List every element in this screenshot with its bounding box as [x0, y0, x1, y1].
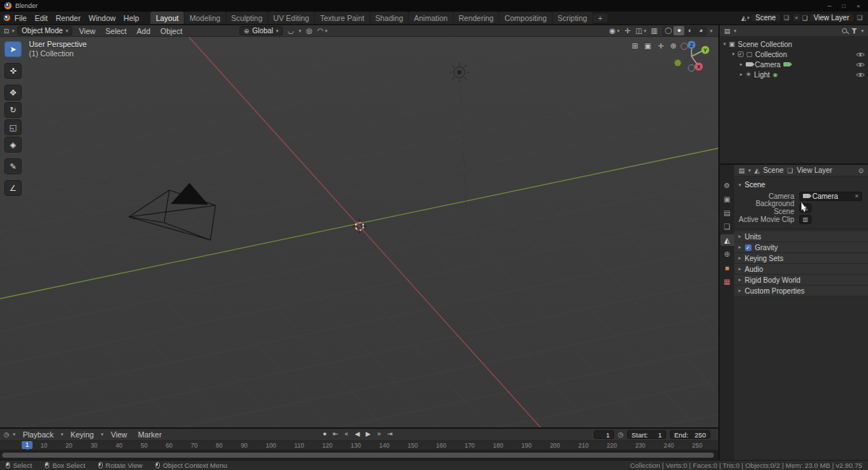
timeline-editor-caret-icon[interactable]: ▾: [13, 432, 16, 437]
outliner-row-scene-collection[interactable]: ▾ ▣ Scene Collection: [720, 39, 868, 49]
texture-properties-tab[interactable]: ▦: [720, 275, 734, 287]
preview-range-clock-icon[interactable]: ◷: [618, 431, 624, 438]
render-properties-tab[interactable]: ▣: [720, 193, 734, 205]
record-button[interactable]: ●: [320, 430, 329, 437]
search-icon[interactable]: [842, 28, 847, 33]
scene-name-field[interactable]: Scene: [750, 13, 780, 22]
3d-viewport[interactable]: Z Y X ➤ ✜ ✥ ↻ ◱ ◈ ✎ ∠ User Perspective (…: [0, 37, 718, 427]
disclosure-caret-icon[interactable]: ▾: [723, 41, 726, 47]
workspace-tab[interactable]: UV Editing: [268, 12, 315, 24]
units-panel-header[interactable]: ▸ Units: [734, 231, 868, 242]
next-keyframe-button[interactable]: »: [375, 430, 383, 437]
scene-browse-icon[interactable]: ◭: [741, 14, 746, 22]
shading-wireframe-button[interactable]: ◯: [663, 26, 673, 35]
filter-caret-icon[interactable]: ▾: [861, 28, 864, 34]
editor-type-icon[interactable]: ⊡: [4, 27, 9, 35]
outliner-row-collection[interactable]: ▾ ✓ ▢ Collection: [720, 49, 868, 59]
hide-in-viewport-eye-icon[interactable]: [856, 71, 864, 78]
annotate-tool-icon[interactable]: ✎: [4, 158, 22, 174]
minimize-button[interactable]: ─: [824, 3, 835, 9]
menu-timeline-view[interactable]: View: [107, 430, 131, 439]
falloff-selector[interactable]: ◠ ▾: [318, 26, 328, 35]
zoom-icon[interactable]: ⊕: [671, 42, 676, 50]
view-layer-properties-tab[interactable]: ❏: [720, 221, 734, 232]
background-scene-field[interactable]: ◭: [799, 203, 812, 213]
light-object[interactable]: [449, 62, 469, 219]
menu-keying[interactable]: Keying: [67, 430, 98, 439]
timeline-ruler[interactable]: 1020304050607080901001101201301401501601…: [0, 440, 718, 450]
add-workspace-button[interactable]: +: [593, 14, 608, 22]
show-gizmo-toggle[interactable]: ✛: [623, 26, 633, 35]
filter-funnel-icon[interactable]: [851, 28, 857, 34]
rotate-tool-icon[interactable]: ↻: [4, 102, 22, 118]
current-frame-field[interactable]: 1: [594, 430, 614, 439]
camera-view-icon[interactable]: ▣: [644, 42, 651, 50]
camera-object[interactable]: [129, 183, 216, 240]
ortho-grid-icon[interactable]: ⊞: [631, 42, 637, 50]
new-scene-button[interactable]: ❏: [782, 13, 791, 22]
scene-section-header[interactable]: ▾ Scene: [734, 179, 868, 190]
pin-icon[interactable]: ⊙: [858, 167, 864, 174]
previous-keyframe-button[interactable]: «: [342, 430, 351, 437]
gizmo-y-ball[interactable]: [702, 46, 710, 54]
properties-editor-type-icon[interactable]: ▤: [739, 167, 745, 174]
menu-object[interactable]: Object: [157, 27, 186, 35]
collection-checkbox[interactable]: ✓: [738, 51, 744, 57]
workspace-tab[interactable]: Shading: [370, 12, 409, 24]
menu-select[interactable]: Select: [102, 27, 130, 35]
rigid-body-world-panel-header[interactable]: ▸ Rigid Body World: [734, 275, 868, 286]
jump-to-start-button[interactable]: ⇤: [331, 430, 340, 437]
navigation-gizmo[interactable]: Z Y X: [675, 41, 710, 72]
move-tool-icon[interactable]: ✥: [4, 85, 22, 101]
gravity-checkbox[interactable]: ✓: [745, 244, 752, 251]
snap-options-caret-icon[interactable]: ▾: [299, 28, 302, 34]
outliner-row-light[interactable]: ▸ ☀ Light ◉: [720, 69, 868, 80]
menu-edit[interactable]: Edit: [31, 14, 51, 22]
hide-in-viewport-eye-icon[interactable]: [856, 51, 864, 58]
menu-file[interactable]: File: [11, 14, 30, 22]
menu-add[interactable]: Add: [133, 27, 154, 35]
close-button[interactable]: ×: [853, 3, 864, 9]
3d-cursor[interactable]: [352, 219, 367, 234]
shading-material-button[interactable]: ◐: [684, 26, 695, 35]
proportional-editing-toggle[interactable]: ◎: [305, 26, 315, 35]
pan-hand-icon[interactable]: ✛: [658, 42, 663, 50]
shading-options-caret-icon[interactable]: ▾: [710, 28, 712, 34]
gizmo-neg-x-ball[interactable]: [681, 43, 688, 50]
timeline-scrollbar[interactable]: [2, 453, 714, 458]
menu-help[interactable]: Help: [120, 14, 143, 22]
scale-tool-icon[interactable]: ◱: [4, 119, 22, 135]
workspace-tab[interactable]: Scripting: [553, 12, 592, 24]
camera-property-field[interactable]: Camera ×: [799, 192, 862, 201]
xray-toggle[interactable]: ▥: [649, 26, 659, 35]
scene-browse-caret-icon[interactable]: ▾: [747, 15, 750, 21]
play-reverse-button[interactable]: ◀: [353, 430, 362, 437]
show-overlays-toggle[interactable]: ◫ ▾: [636, 26, 647, 35]
workspace-tab[interactable]: Sculpting: [226, 12, 268, 24]
object-visibility-selector[interactable]: ◉ ▾: [609, 26, 619, 35]
custom-properties-panel-header[interactable]: ▸ Custom Properties: [734, 286, 868, 296]
cursor-tool-icon[interactable]: ✜: [4, 63, 22, 79]
workspace-tab[interactable]: Animation: [409, 12, 453, 24]
disclosure-caret-icon[interactable]: ▸: [740, 61, 743, 67]
unlink-scene-button[interactable]: ×: [792, 13, 801, 22]
outliner-editor-caret-icon[interactable]: ▾: [734, 28, 737, 34]
measure-tool-icon[interactable]: ∠: [4, 180, 22, 196]
blender-menu-icon[interactable]: [4, 14, 10, 21]
menu-playback[interactable]: Playback: [19, 430, 57, 439]
select-box-tool-icon[interactable]: ➤: [4, 41, 22, 57]
menu-view[interactable]: View: [75, 27, 99, 35]
hide-in-viewport-eye-icon[interactable]: [856, 61, 864, 68]
tool-properties-tab[interactable]: ⚙: [720, 179, 734, 191]
keying-sets-panel-header[interactable]: ▸ Keying Sets: [734, 253, 868, 264]
workspace-tab[interactable]: Modeling: [184, 12, 226, 24]
new-view-layer-button[interactable]: ❏: [855, 13, 864, 22]
world-properties-tab[interactable]: ⊕: [720, 248, 734, 260]
shading-solid-button[interactable]: ●: [673, 26, 684, 35]
editor-type-caret-icon[interactable]: ▾: [12, 28, 15, 34]
gravity-panel-header[interactable]: ▸ ✓ Gravity: [734, 242, 868, 253]
timeline-editor-type-icon[interactable]: ◷: [4, 431, 9, 438]
transform-tool-icon[interactable]: ◈: [4, 137, 22, 153]
audio-panel-header[interactable]: ▸ Audio: [734, 264, 868, 275]
workspace-tab[interactable]: Compositing: [499, 12, 551, 24]
